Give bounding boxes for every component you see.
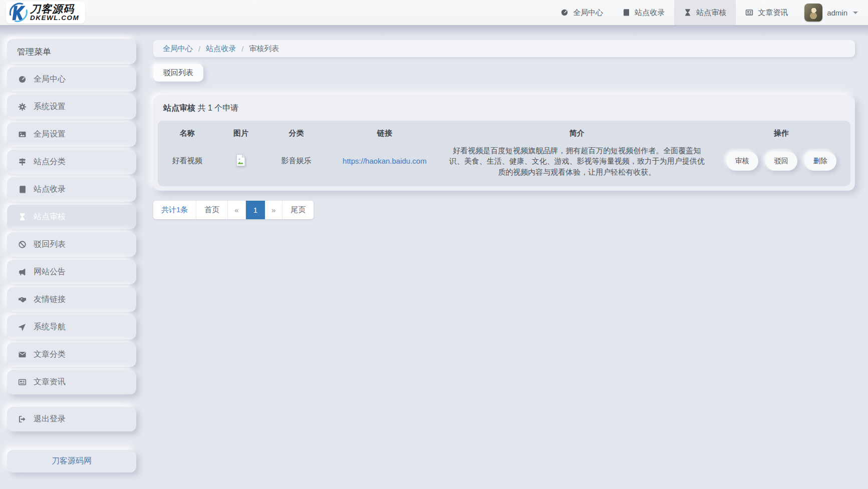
rejected-list-button[interactable]: 驳回列表 [153, 64, 203, 82]
cell-site-description: 好看视频是百度短视频旗舰品牌，拥有超百万的短视频创作者。全面覆盖知识、美食、生活… [442, 143, 712, 179]
brand-line2: DKEWL.COM [30, 15, 79, 22]
sidebar-item-site-records[interactable]: 站点收录 [7, 177, 136, 202]
dashboard-icon [17, 75, 27, 84]
table-header-row: 名称 图片 分类 链接 简介 操作 [158, 122, 850, 143]
sidebar-item-label: 退出登录 [34, 414, 66, 424]
sidebar-item-rejected-list[interactable]: 驳回列表 [7, 232, 136, 257]
breadcrumb-separator: / [198, 45, 200, 53]
sidebar-item-label: 系统导航 [34, 322, 66, 332]
nav-item-site-records[interactable]: 站点收录 [613, 0, 674, 25]
pagination-next[interactable]: » [265, 201, 282, 219]
signpost-icon [17, 158, 27, 166]
newspaper-icon [745, 9, 753, 17]
nav-item-articles[interactable]: 文章资讯 [736, 0, 797, 25]
sidebar-item-label: 全局中心 [34, 74, 66, 85]
audit-card-header: 站点审核 共 1 个申请 [153, 95, 855, 121]
top-navbar: 刀客源码 DKEWL.COM 全局中心 站点收录 站点审核 [0, 0, 868, 25]
col-header-image: 图片 [217, 122, 265, 143]
book-icon [17, 185, 27, 194]
handshake-icon [17, 295, 27, 304]
caret-down-icon [853, 12, 858, 14]
sidebar-item-label: 文章资讯 [34, 377, 66, 387]
sidebar-item-label: 全局设置 [34, 129, 66, 140]
sidebar-title-label: 管理菜单 [17, 46, 51, 58]
sidebar-item-article-categories[interactable]: 文章分类 [7, 342, 136, 367]
cell-site-link: https://haokan.baidu.com [328, 143, 442, 179]
col-header-name: 名称 [158, 122, 217, 143]
sign-out-icon [17, 415, 27, 423]
breadcrumb-link-site-records[interactable]: 站点收录 [206, 44, 236, 54]
sidebar-item-system-settings[interactable]: 系统设置 [7, 95, 136, 119]
pagination-current-page[interactable]: 1 [246, 201, 265, 219]
cell-site-image [217, 143, 265, 179]
nav-item-global-center[interactable]: 全局中心 [551, 0, 613, 25]
sidebar-item-site-categories[interactable]: 站点分类 [7, 150, 136, 174]
breadcrumb-separator: / [241, 45, 243, 53]
brand-text: 刀客源码 DKEWL.COM [30, 4, 79, 22]
cell-site-category: 影音娱乐 [265, 143, 327, 179]
book-icon [622, 9, 630, 17]
sidebar-item-articles[interactable]: 文章资讯 [7, 370, 136, 394]
sidebar-footer-card: 刀客源码网 [7, 450, 136, 472]
audit-table-wrap: 名称 图片 分类 链接 简介 操作 好看视频 [158, 121, 850, 186]
nav-item-label: 文章资讯 [758, 8, 788, 18]
user-name: admin [827, 9, 847, 17]
breadcrumb-link-global-center[interactable]: 全局中心 [163, 44, 193, 54]
audit-table: 名称 图片 分类 链接 简介 操作 好看视频 [158, 122, 850, 179]
user-menu[interactable]: admin [797, 4, 861, 22]
broken-image-icon [235, 154, 247, 167]
pagination: 共计1条 首页 « 1 » 尾页 [153, 201, 314, 219]
sidebar-item-global-center[interactable]: 全局中心 [7, 67, 136, 92]
main-content: 全局中心 / 站点收录 / 审核列表 驳回列表 站点审核 共 1 个申请 名称 … [153, 40, 855, 219]
gear-icon [17, 103, 27, 111]
audit-card-title: 站点审核 [163, 104, 195, 112]
sidebar-item-label: 站点收录 [34, 184, 66, 195]
breadcrumb-current: 审核列表 [249, 44, 279, 54]
sidebar-item-friend-links[interactable]: 友情链接 [7, 287, 136, 312]
hourglass-icon [684, 9, 692, 17]
user-avatar [804, 4, 822, 22]
sidebar-title: 管理菜单 [7, 39, 136, 64]
brand-mark-icon [8, 2, 29, 23]
cell-site-name: 好看视频 [158, 143, 217, 179]
dashboard-icon [560, 9, 568, 17]
breadcrumb: 全局中心 / 站点收录 / 审核列表 [153, 40, 855, 57]
nav-item-label: 站点审核 [696, 8, 726, 18]
sidebar-item-label: 友情链接 [34, 294, 66, 305]
pagination-prev[interactable]: « [228, 201, 245, 219]
sidebar-item-site-announcements[interactable]: 网站公告 [7, 260, 136, 284]
newspaper-icon [17, 378, 27, 386]
sidebar-item-global-settings[interactable]: 全局设置 [7, 122, 136, 147]
col-header-actions: 操作 [712, 122, 850, 143]
audit-card-count: 共 1 个申请 [197, 104, 238, 112]
brand-logo[interactable]: 刀客源码 DKEWL.COM [6, 2, 85, 24]
sidebar-item-site-audit[interactable]: 站点审核 [7, 205, 136, 229]
sidebar-item-system-navigation[interactable]: 系统导航 [7, 315, 136, 339]
location-arrow-icon [17, 323, 27, 331]
sidebar-item-label: 驳回列表 [34, 239, 66, 250]
sidebar-item-label: 系统设置 [34, 102, 66, 112]
pagination-last[interactable]: 尾页 [282, 201, 314, 219]
pagination-total: 共计1条 [153, 201, 196, 219]
ban-icon [17, 240, 27, 249]
image-icon [17, 130, 27, 139]
sidebar: 管理菜单 全局中心 系统设置 [7, 39, 136, 472]
nav-item-label: 全局中心 [573, 8, 603, 18]
sidebar-footer-link[interactable]: 刀客源码网 [52, 456, 92, 466]
nav-item-label: 站点收录 [635, 8, 665, 18]
site-url-link[interactable]: https://haokan.baidu.com [343, 157, 427, 165]
nav-item-site-audit[interactable]: 站点审核 [674, 0, 736, 25]
hourglass-icon [17, 213, 27, 221]
sidebar-item-label: 网站公告 [34, 267, 66, 277]
envelope-icon [17, 350, 27, 359]
sidebar-item-logout[interactable]: 退出登录 [7, 407, 136, 431]
table-row: 好看视频 影音娱乐 [158, 143, 850, 179]
pagination-first[interactable]: 首页 [196, 201, 228, 219]
reject-button[interactable]: 驳回 [765, 152, 797, 171]
sidebar-item-label: 站点分类 [34, 157, 66, 167]
delete-button[interactable]: 删除 [804, 152, 836, 171]
approve-button[interactable]: 审核 [726, 152, 758, 171]
cell-actions: 审核 驳回 删除 [712, 143, 850, 179]
audit-card: 站点审核 共 1 个申请 名称 图片 分类 链接 简介 操作 [153, 95, 855, 191]
sidebar-item-label: 站点审核 [34, 212, 66, 222]
